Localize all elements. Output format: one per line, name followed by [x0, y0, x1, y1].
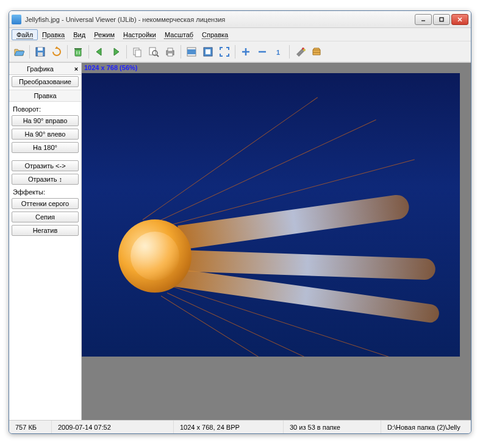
reload-icon[interactable]	[49, 44, 64, 59]
edit-header: Правка	[9, 90, 81, 102]
fit-width-icon[interactable]	[184, 44, 199, 59]
svg-line-15	[157, 55, 159, 57]
svg-rect-7	[75, 49, 81, 56]
svg-rect-6	[38, 52, 43, 56]
menu-settings[interactable]: Настройки	[119, 30, 160, 40]
menu-mode[interactable]: Режим	[90, 30, 119, 40]
svg-rect-17	[168, 48, 173, 51]
status-dimensions: 1024 x 768, 24 BPP	[174, 421, 284, 433]
prev-icon[interactable]	[92, 44, 107, 59]
menu-help[interactable]: Справка	[198, 30, 232, 40]
displayed-image	[82, 73, 460, 357]
window-title: Jellyfish.jpg - Universal Viewer (IJLib)…	[25, 16, 415, 23]
open-icon[interactable]	[12, 44, 26, 59]
sepia-button[interactable]: Сепия	[12, 212, 79, 222]
effects-label: Эффекты:	[9, 186, 81, 197]
rotation-label: Поворот:	[9, 103, 81, 114]
flip-horizontal-button[interactable]: Отразить <->	[12, 160, 79, 171]
app-window: Jellyfish.jpg - Universal Viewer (IJLib)…	[9, 10, 471, 434]
print-icon[interactable]	[163, 44, 177, 59]
status-path: D:\Новая папка (2)\Jelly	[381, 421, 471, 433]
save-icon[interactable]	[33, 44, 48, 59]
menu-edit[interactable]: Правка	[38, 30, 69, 40]
flip-vertical-button[interactable]: Отразить ↕	[12, 174, 79, 185]
content-area: Графика × Преобразование Правка Поворот:…	[9, 62, 471, 420]
menubar: Файл Правка Вид Режим Настройки Масштаб …	[9, 28, 471, 41]
menu-file[interactable]: Файл	[12, 29, 38, 40]
rotate-90-left-button[interactable]: На 90° влево	[12, 129, 79, 140]
app-icon	[12, 15, 21, 24]
status-index: 30 из 53 в папке	[284, 421, 381, 433]
zoom-actual-icon[interactable]: 1	[271, 44, 286, 59]
fit-window-icon[interactable]	[201, 44, 215, 59]
rotate-90-right-button[interactable]: На 90° вправо	[12, 115, 79, 126]
close-button[interactable]	[451, 14, 468, 25]
svg-rect-5	[38, 48, 43, 51]
settings-icon[interactable]	[293, 44, 307, 59]
menu-view[interactable]: Вид	[69, 30, 90, 40]
image-viewer[interactable]: 1024 x 768 (56%)	[82, 63, 471, 420]
grayscale-button[interactable]: Оттенки серого	[12, 198, 79, 209]
sidebar-tab-header: Графика ×	[9, 63, 81, 75]
copy-icon[interactable]	[130, 44, 145, 59]
svg-rect-12	[135, 50, 141, 57]
fullscreen-icon[interactable]	[217, 44, 232, 59]
toolbar: 1	[9, 41, 471, 62]
delete-icon[interactable]	[71, 44, 85, 59]
svg-text:1: 1	[276, 49, 280, 56]
titlebar[interactable]: Jellyfish.jpg - Universal Viewer (IJLib)…	[9, 11, 471, 28]
menu-zoom[interactable]: Масштаб	[160, 30, 198, 40]
rotate-180-button[interactable]: На 180°	[12, 142, 79, 153]
sidebar-tab-label[interactable]: Графика	[9, 64, 71, 74]
statusbar: 757 КБ 2009-07-14 07:52 1024 x 768, 24 B…	[9, 420, 471, 433]
sidebar-close-icon[interactable]: ×	[71, 65, 81, 73]
transform-button[interactable]: Преобразование	[12, 76, 79, 87]
negative-button[interactable]: Негатив	[12, 225, 79, 236]
zoom-out-icon[interactable]	[255, 44, 270, 59]
status-filesize: 757 КБ	[9, 421, 52, 433]
status-date: 2009-07-14 07:52	[52, 421, 174, 433]
zoom-in-icon[interactable]	[238, 44, 253, 59]
svg-rect-20	[187, 49, 196, 54]
svg-rect-1	[440, 18, 443, 21]
minimize-button[interactable]	[415, 14, 432, 25]
dimensions-overlay: 1024 x 768 (56%)	[84, 64, 137, 71]
next-icon[interactable]	[109, 44, 123, 59]
svg-rect-8	[74, 48, 82, 49]
svg-rect-22	[206, 49, 210, 54]
svg-rect-18	[168, 53, 173, 56]
svg-point-30	[303, 49, 306, 51]
maximize-button[interactable]	[433, 14, 450, 25]
sidebar: Графика × Преобразование Правка Поворот:…	[9, 63, 82, 420]
search-icon[interactable]	[146, 44, 161, 59]
plugins-icon[interactable]	[309, 44, 324, 59]
